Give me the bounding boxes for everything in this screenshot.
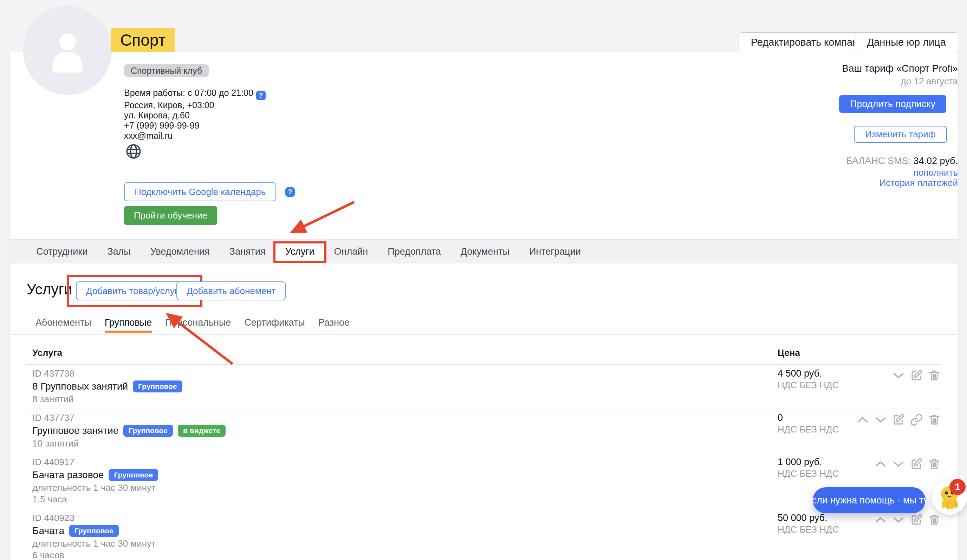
tariff-label: Ваш тариф «Спорт Profi» [842,63,958,74]
service-detail: 1.5 часа [32,494,941,505]
sms-balance-label: БАЛАНС SMS: [846,156,913,166]
tab-integrations[interactable]: Интеграции [519,240,591,264]
tab-prepayment[interactable]: Предоплата [378,240,451,264]
move-down-icon[interactable] [892,513,905,527]
add-product-service-button[interactable]: Добавить товар/услугу [76,282,193,300]
globe-icon[interactable] [125,143,142,161]
move-up-icon[interactable] [874,458,887,471]
move-down-icon[interactable] [892,369,905,382]
add-subscription-button[interactable]: Добавить абонемент [177,282,285,300]
move-down-icon[interactable] [874,413,887,427]
service-type-badge: Групповое [69,525,119,537]
table-row: ID 437737 Групповое занятие Групповое в … [26,409,941,453]
service-price: 50 000 руб. [777,512,839,524]
help-icon[interactable]: ? [256,91,266,100]
move-down-icon[interactable] [892,458,905,471]
edit-icon[interactable] [910,369,923,382]
tab-online[interactable]: Онлайн [324,240,378,264]
service-price: 1 000 руб. [777,456,839,468]
sms-balance: БАЛАНС SMS: 34.02 руб. [846,156,958,166]
subtab-misc[interactable]: Разное [318,316,350,328]
service-type-badge: Групповое [123,425,173,437]
company-type-badge: Спортивный клуб [124,64,209,77]
tab-classes[interactable]: Занятия [219,240,276,264]
service-name: Групповое занятие [32,425,119,436]
sms-balance-value: 34.02 руб. [913,156,958,166]
service-subtabs: Абонементы Групповые Персональные Сертиф… [35,316,350,328]
service-type-badge: Групповое [109,469,158,481]
renew-subscription-button[interactable]: Продлить подписку [839,95,946,113]
divider [10,334,958,335]
service-price: 4 500 руб. [777,368,839,379]
company-name: Спорт [111,28,175,52]
service-detail: 6 часов [32,550,941,560]
column-header-service: Услуга [32,348,62,358]
service-detail: длительность 1 час 30 минут [32,482,941,494]
service-name: Бачата разовое [32,469,104,481]
service-vat: НДС БЕЗ НДС [777,424,839,435]
table-row: ID 437738 8 Групповых занятий Групповое … [26,365,941,409]
edit-icon[interactable] [892,413,905,427]
legal-data-button[interactable]: Данные юр лица [855,32,958,52]
tab-documents[interactable]: Документы [451,240,519,264]
trash-icon[interactable] [927,513,941,527]
subtab-personal[interactable]: Персональные [165,316,231,328]
company-contact-info: Время работы: с 07:00 до 21:00? Россия, … [124,88,266,141]
trash-icon[interactable] [927,369,941,382]
column-header-price: Цена [777,348,800,358]
tab-services[interactable]: Услуги [276,240,324,264]
company-address: ул. Кирова, д.60 [124,110,266,120]
trash-icon[interactable] [927,458,941,471]
tab-notifications[interactable]: Уведомления [140,240,219,264]
service-detail: длительность 1 час 30 минут [32,538,941,550]
widget-badge: в виджете [178,425,226,437]
main-tabs: Сотрудники Залы Уведомления Занятия Услу… [10,239,958,264]
notification-badge: 1 [949,479,965,495]
service-type-badge: Групповое [133,380,182,392]
subtab-group[interactable]: Групповые [105,316,152,328]
company-location: Россия, Киров, +03:00 [124,100,266,110]
change-tariff-button[interactable]: Изменить тариф [854,126,947,143]
topup-link[interactable]: пополнить [914,167,958,178]
work-time: Время работы: с 07:00 до 21:00? [124,88,266,100]
service-price: 0 [777,412,839,424]
payment-history-link[interactable]: История платежей [880,178,958,188]
tab-halls[interactable]: Залы [97,240,140,264]
help-chat-button[interactable]: Если нужна помощь - мы тут [813,487,926,513]
person-icon [41,24,94,77]
service-vat: НДС БЕЗ НДС [777,468,839,479]
service-vat: НДС БЕЗ НДС [777,524,839,535]
subtab-certificates[interactable]: Сертификаты [244,316,305,328]
service-vat: НДС БЕЗ НДС [777,379,839,391]
company-phone: +7 (999) 999-99-99 [124,120,266,131]
subtab-subscriptions[interactable]: Абонементы [35,316,91,328]
tariff-until: до 12 августа [901,76,958,87]
company-avatar[interactable] [23,6,112,95]
move-up-icon[interactable] [874,513,887,527]
service-name: Бачата [32,525,64,537]
link-icon[interactable] [910,413,923,427]
training-button[interactable]: Пройти обучение [124,206,217,225]
table-row: ID 440923 Бачата Групповое длительность … [26,509,941,560]
company-email: xxx@mail.ru [124,131,266,141]
move-up-icon[interactable] [856,413,869,427]
edit-icon[interactable] [910,513,923,527]
tab-employees[interactable]: Сотрудники [26,240,97,264]
service-detail: 8 занятий [32,394,941,405]
table-header: Услуга Цена [26,343,941,365]
service-name: 8 Групповых занятий [32,381,128,392]
trash-icon[interactable] [927,413,941,427]
help-icon[interactable]: ? [285,187,295,197]
page-title: Услуги [27,281,72,298]
services-table: Услуга Цена ID 437738 8 Групповых заняти… [26,343,941,560]
table-row: ID 440917 Бачата разовое Групповое длите… [26,453,941,509]
edit-icon[interactable] [910,458,923,471]
connect-google-calendar-button[interactable]: Подключить Google календарь [124,182,276,201]
service-detail: 10 занятий [32,438,941,449]
